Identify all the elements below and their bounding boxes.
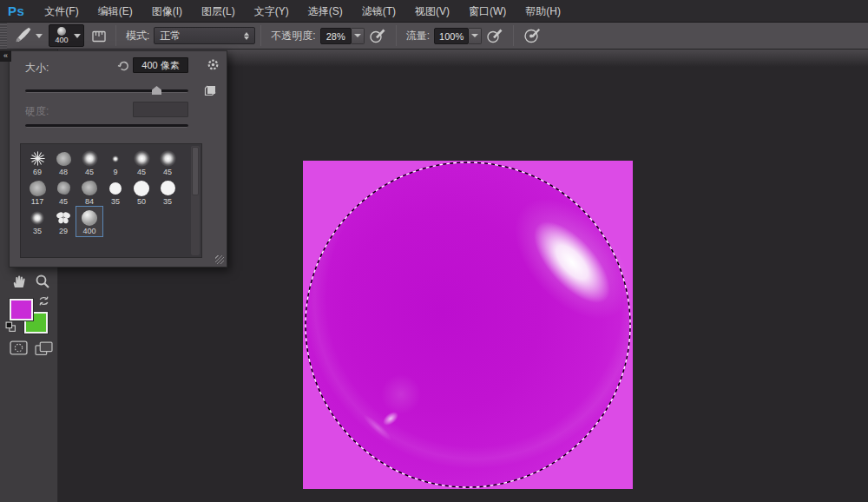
opacity-label: 不透明度: [271, 29, 315, 43]
opacity-dropdown-button[interactable] [352, 28, 365, 44]
soft-round-brush-icon [134, 149, 150, 168]
brush-preset[interactable]: 84 [76, 177, 102, 207]
menu-view[interactable]: 视图(V) [405, 0, 459, 23]
brush-preset[interactable]: 35 [24, 207, 50, 236]
flow-control: 100% [434, 28, 482, 44]
starburst-brush-icon [30, 149, 46, 168]
menu-help[interactable]: 帮助(H) [516, 0, 570, 23]
menu-type[interactable]: 文字(Y) [245, 0, 299, 23]
hard-round-brush-icon [161, 179, 175, 197]
magnifier-icon [35, 274, 50, 289]
blend-mode-value: 正常 [160, 29, 244, 43]
brush-thumbnail-icon [57, 27, 66, 36]
texture-brush-icon [30, 179, 46, 197]
hardness-label: 硬度: [25, 104, 49, 119]
toggle-brush-panel-button[interactable] [91, 28, 107, 43]
opacity-input[interactable]: 28% [320, 28, 352, 44]
menu-image[interactable]: 图像(I) [142, 0, 192, 23]
chevron-down-icon [36, 34, 43, 38]
brush-icon [13, 25, 33, 47]
menu-edit[interactable]: 编辑(E) [89, 0, 142, 23]
flow-pressure-button[interactable] [485, 27, 504, 44]
options-bar-grip[interactable] [0, 23, 7, 49]
quick-mask-button[interactable] [10, 340, 28, 359]
separator [260, 25, 261, 46]
hand-icon [10, 274, 28, 289]
brush-preset[interactable]: 45 [155, 148, 181, 177]
mode-label: 模式: [126, 29, 149, 43]
brush-preset[interactable]: 45 [76, 148, 102, 177]
reset-size-button[interactable] [117, 59, 130, 76]
separator [115, 25, 116, 46]
panel-resize-grip[interactable] [215, 255, 224, 264]
size-slider[interactable] [25, 89, 188, 93]
zoom-tool-button[interactable] [35, 274, 50, 293]
flow-dropdown-button[interactable] [469, 28, 482, 44]
brush-preset[interactable]: 35 [155, 177, 181, 207]
menu-layer[interactable]: 图层(L) [192, 0, 245, 23]
presets-scrollbar[interactable] [191, 146, 200, 255]
blend-mode-select[interactable]: 正常 [154, 27, 255, 44]
new-brush-button[interactable] [203, 83, 217, 101]
options-bar: 400 模式: 正常 不透明度: 28% [0, 23, 868, 50]
texture-brush-icon [82, 179, 97, 197]
menu-filter[interactable]: 滤镜(T) [352, 0, 405, 23]
opacity-control: 28% [320, 28, 365, 44]
brush-preset[interactable]: 45 [50, 177, 76, 207]
brush-preset[interactable]: 45 [128, 148, 155, 177]
brush-size-value: 400 [55, 36, 68, 44]
swap-arrows-icon [38, 295, 49, 307]
updown-arrows-icon [244, 32, 249, 40]
brush-preset[interactable]: 48 [50, 148, 76, 177]
selection-marching-ants [303, 161, 633, 489]
hardness-input [133, 102, 188, 117]
brush-preset-selected[interactable]: 400 [76, 207, 102, 236]
bubble-brush-icon [82, 208, 97, 227]
reset-arrow-icon [117, 59, 130, 72]
brush-preset[interactable]: 29 [50, 207, 76, 236]
menu-bar: Ps 文件(F) 编辑(E) 图像(I) 图层(L) 文字(Y) 选择(S) 滤… [0, 0, 868, 23]
foreground-color-swatch[interactable] [10, 299, 33, 320]
gear-icon [207, 58, 220, 71]
chevron-down-icon [354, 34, 361, 37]
airbrush-button[interactable] [523, 27, 542, 44]
size-input[interactable]: 400 像素 [133, 57, 188, 73]
separator [396, 25, 397, 46]
soft-round-brush-icon [112, 149, 119, 168]
panel-menu-button[interactable] [207, 58, 220, 75]
menu-window[interactable]: 窗口(W) [459, 0, 516, 23]
presets-scrollbar-thumb[interactable] [192, 147, 199, 195]
chevron-down-icon [471, 34, 478, 37]
brush-preset[interactable]: 35 [102, 177, 128, 207]
brush-preset[interactable]: 9 [102, 148, 128, 177]
brush-preset[interactable]: 50 [128, 177, 155, 207]
brush-tool-button[interactable] [10, 23, 45, 49]
photoshop-window: Ps 文件(F) 编辑(E) 图像(I) 图层(L) 文字(Y) 选择(S) 滤… [0, 0, 868, 502]
swap-colors-button[interactable] [38, 294, 49, 310]
hand-tool-button[interactable] [10, 274, 28, 293]
screen-mode-button[interactable] [35, 341, 53, 360]
collapse-panel-button[interactable]: « [0, 50, 11, 62]
menu-select[interactable]: 选择(S) [299, 0, 352, 23]
soft-round-brush-icon [160, 149, 176, 168]
hard-round-brush-icon [134, 179, 149, 197]
brush-preset[interactable]: 69 [24, 148, 50, 177]
menu-file[interactable]: 文件(F) [35, 0, 88, 23]
default-colors-button[interactable] [5, 320, 16, 336]
soft-round-brush-icon [30, 208, 44, 227]
hard-round-brush-icon [109, 179, 122, 197]
brush-preset-panel: 大小: 400 像素 硬度: [9, 50, 227, 268]
butterfly-brush-icon [55, 208, 72, 227]
texture-brush-icon [57, 179, 70, 197]
document-canvas[interactable] [303, 161, 633, 489]
size-label: 大小: [25, 61, 49, 76]
opacity-pressure-button[interactable] [368, 27, 387, 44]
size-slider-thumb[interactable] [152, 86, 161, 95]
flow-input[interactable]: 100% [434, 28, 469, 44]
screen-mode-icon [35, 341, 53, 356]
brush-preset[interactable]: 117 [24, 177, 50, 207]
brush-presets-grid: 69 48 45 9 45 [20, 143, 202, 258]
soft-round-brush-icon [82, 149, 98, 168]
flow-label: 流量: [406, 29, 430, 43]
brush-preset-picker[interactable]: 400 [49, 24, 84, 47]
